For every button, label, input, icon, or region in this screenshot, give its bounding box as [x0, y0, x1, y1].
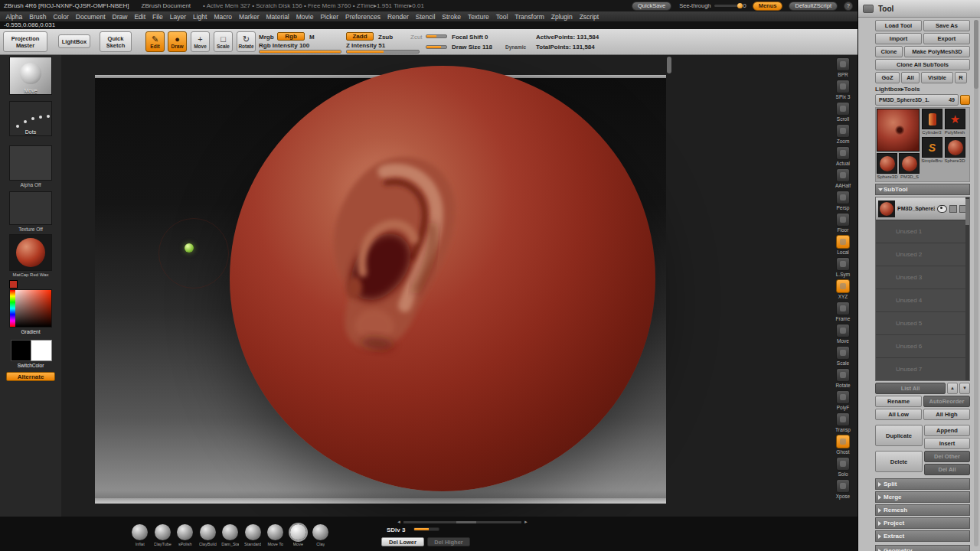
- current-tool-thumbnail[interactable]: [877, 109, 920, 152]
- right-shelf-item[interactable]: Persp: [836, 191, 850, 213]
- subtool-thumbnail[interactable]: [878, 201, 895, 217]
- brush-item[interactable]: sPolish: [174, 524, 197, 546]
- menu-item[interactable]: File: [149, 13, 167, 21]
- brush-item[interactable]: Clay: [309, 524, 332, 546]
- rgb-toggle[interactable]: Rgb: [277, 32, 305, 41]
- pm3d-sphere-thumbnail[interactable]: [899, 153, 920, 174]
- palette-section-header[interactable]: Extract: [875, 530, 970, 542]
- menu-item[interactable]: Render: [384, 13, 412, 21]
- draw-size-slider[interactable]: [426, 45, 447, 49]
- right-shelf-item[interactable]: L.Sym: [836, 257, 850, 279]
- current-color-swatch[interactable]: [9, 280, 18, 289]
- right-shelf-item[interactable]: XYZ: [836, 279, 850, 302]
- shelf-icon[interactable]: [836, 168, 850, 182]
- m-toggle[interactable]: M: [309, 34, 315, 41]
- shelf-icon[interactable]: [836, 102, 850, 116]
- sculpt-sphere[interactable]: [230, 66, 655, 491]
- lightbox-button[interactable]: LightBox: [58, 34, 90, 48]
- focal-shift-label[interactable]: Focal Shift 0: [452, 34, 488, 41]
- subtool-unused-row[interactable]: Unused 1: [876, 220, 969, 243]
- color-picker[interactable]: [9, 289, 52, 328]
- shelf-icon[interactable]: [836, 146, 850, 160]
- right-shelf-item[interactable]: BPR: [836, 57, 850, 80]
- shelf-icon[interactable]: [836, 124, 850, 138]
- duplicate-button[interactable]: Duplicate: [875, 425, 923, 446]
- see-through-slider[interactable]: [714, 5, 740, 7]
- sphere3d-thumbnail[interactable]: [945, 137, 965, 158]
- brush-item[interactable]: Inflat: [129, 524, 152, 546]
- shelf-icon[interactable]: [836, 457, 850, 471]
- right-shelf-item[interactable]: Floor: [836, 213, 850, 235]
- quick-sketch-button[interactable]: Quick Sketch: [100, 31, 132, 52]
- alpha-thumbnail[interactable]: [9, 145, 52, 181]
- see-through-knob[interactable]: [737, 3, 743, 8]
- scroll-left-icon[interactable]: ◄: [397, 520, 401, 524]
- subtool-section-header[interactable]: SubTool: [875, 184, 970, 195]
- append-button[interactable]: Append: [924, 425, 970, 436]
- right-shelf-item[interactable]: Transp: [835, 412, 851, 435]
- brush-sphere-icon[interactable]: [155, 524, 171, 540]
- del-higher-button[interactable]: Del Higher: [427, 537, 470, 546]
- rename-button[interactable]: Rename: [875, 396, 922, 407]
- subtool-unused-row[interactable]: Unused 2: [876, 243, 969, 266]
- menu-item[interactable]: Edit: [131, 13, 149, 21]
- shelf-icon[interactable]: [836, 80, 850, 93]
- move-subtool-down-button[interactable]: ▼: [959, 383, 970, 394]
- scale-button[interactable]: □ Scale: [214, 31, 233, 52]
- draw-size-label[interactable]: Draw Size 118: [452, 44, 492, 51]
- shelf-icon[interactable]: [836, 191, 850, 204]
- help-icon[interactable]: ?: [844, 2, 853, 11]
- del-all-button[interactable]: Del All: [924, 464, 970, 475]
- current-brush-thumbnail[interactable]: Move: [9, 57, 52, 95]
- z-intensity-label[interactable]: Z Intensity 51: [346, 42, 385, 49]
- lightbox-tools-label[interactable]: Lightbox▸Tools: [875, 86, 970, 93]
- shelf-icon[interactable]: [836, 412, 850, 426]
- projection-master-button[interactable]: Projection Master: [3, 31, 47, 52]
- brush-sphere-icon[interactable]: [290, 524, 306, 540]
- brush-sphere-icon[interactable]: [222, 524, 238, 540]
- stroke-thumbnail[interactable]: Dots: [9, 101, 52, 136]
- brush-sphere-icon[interactable]: [200, 524, 216, 540]
- make-polymesh3d-button[interactable]: Make PolyMesh3D: [904, 46, 970, 57]
- shelf-icon[interactable]: [836, 257, 850, 271]
- palette-section-header[interactable]: Merge: [875, 491, 970, 503]
- right-shelf-item[interactable]: Xpose: [836, 479, 850, 501]
- right-shelf-item[interactable]: Local: [836, 235, 850, 257]
- right-shelf-item[interactable]: Rotate: [835, 368, 850, 390]
- menu-item[interactable]: Document: [72, 13, 109, 21]
- geometry-section-header[interactable]: Geometry: [875, 545, 970, 551]
- default-zscript-button[interactable]: DefaultZScript: [789, 2, 838, 11]
- menu-item[interactable]: Stencil: [412, 13, 439, 21]
- zcut-toggle[interactable]: Zcut: [410, 34, 423, 41]
- right-shelf-item[interactable]: PolyF: [836, 390, 850, 412]
- hue-strip[interactable]: [10, 290, 15, 327]
- menu-item[interactable]: Brush: [26, 13, 50, 21]
- visibility-eye-icon[interactable]: [937, 205, 947, 213]
- palette-section-header[interactable]: Split: [875, 478, 970, 490]
- zsub-toggle[interactable]: Zsub: [378, 34, 393, 41]
- focal-shift-slider[interactable]: [426, 34, 447, 38]
- menu-item[interactable]: Transform: [511, 13, 547, 21]
- brush-item[interactable]: Move To: [264, 524, 287, 546]
- load-tool-button[interactable]: Load Tool: [875, 20, 922, 31]
- export-button[interactable]: Export: [923, 33, 970, 44]
- polypaint-icon[interactable]: [949, 205, 957, 213]
- shelf-icon[interactable]: [836, 279, 850, 293]
- brush-item[interactable]: Dam_Sta: [219, 524, 242, 546]
- menu-item[interactable]: Texture: [464, 13, 492, 21]
- tool-panel-header[interactable]: Tool: [858, 0, 980, 18]
- shelf-icon[interactable]: [836, 346, 850, 360]
- sdiv-label[interactable]: SDiv 3: [387, 527, 405, 533]
- dynamic-toggle[interactable]: Dynamic: [505, 44, 526, 50]
- subtool-scrollbar[interactable]: [965, 197, 969, 380]
- list-all-button[interactable]: List All: [875, 383, 946, 394]
- menu-item[interactable]: Draw: [109, 13, 131, 21]
- see-through-control[interactable]: See-through 0: [679, 2, 746, 9]
- all-high-button[interactable]: All High: [923, 409, 970, 420]
- menu-item[interactable]: Zscript: [576, 13, 603, 21]
- menu-item[interactable]: Zplugin: [547, 13, 576, 21]
- shelf-icon[interactable]: [836, 57, 850, 71]
- brush-sphere-icon[interactable]: [177, 524, 193, 540]
- draw-button[interactable]: ● Draw: [168, 31, 187, 52]
- brush-item[interactable]: ClayTube: [152, 524, 175, 546]
